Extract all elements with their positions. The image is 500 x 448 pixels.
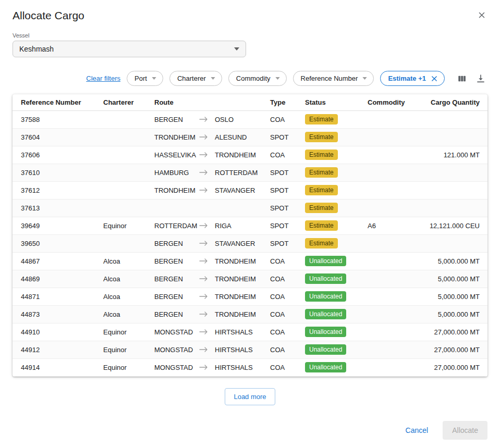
status-badge: Unallocated: [305, 273, 346, 284]
status-badge: Estimate: [305, 150, 338, 160]
charterer-cell: Equinor: [103, 217, 154, 234]
table-row[interactable]: 37604 TRONDHEIM ALESUND SPOT Estimate: [13, 128, 487, 146]
commodity-cell: [368, 341, 425, 358]
route-cell: BERGEN STAVANGER: [154, 234, 270, 252]
route-origin: MONGSTAD: [154, 346, 199, 354]
route-cell: BERGEN OSLO: [154, 110, 270, 128]
column-header-charterer: Charterer: [103, 94, 154, 110]
allocate-cargo-dialog: Allocate Cargo Vessel Keshmash Clear fil…: [0, 0, 500, 448]
filter-chip-charterer[interactable]: Charterer: [169, 71, 222, 86]
cargo-quantity-cell: 5,000.000 MT: [425, 288, 487, 305]
close-icon[interactable]: [431, 75, 438, 82]
cargo-quantity-cell: 5,000.000 MT: [425, 305, 487, 323]
cargo-quantity-cell: [425, 164, 487, 181]
charterer-cell: [103, 146, 154, 164]
chevron-down-icon: [211, 77, 215, 80]
commodity-cell: [368, 110, 425, 128]
close-icon[interactable]: [476, 9, 487, 21]
table-row[interactable]: 44912 Equinor MONGSTAD HIRTSHALS COA Una…: [13, 341, 487, 358]
route-destination: TRONDHEIM: [215, 293, 256, 301]
chevron-down-icon: [275, 77, 280, 80]
table-row[interactable]: 44867 Alcoa BERGEN TRONDHEIM COA Unalloc…: [13, 252, 487, 270]
route-destination: TRONDHEIM: [215, 151, 256, 159]
commodity-cell: [368, 199, 425, 217]
chevron-down-icon: [152, 77, 156, 80]
download-icon[interactable]: [474, 72, 487, 85]
filter-chip-label: Estimate +1: [388, 74, 426, 82]
column-header-cargo-quantity: Cargo Quantity: [425, 94, 487, 110]
type-cell: SPOT: [270, 199, 305, 217]
charterer-cell: Equinor: [103, 358, 154, 376]
status-cell: Estimate: [305, 146, 368, 164]
table-row[interactable]: 44910 Equinor MONGSTAD HIRTSHALS COA Una…: [13, 323, 487, 341]
route-origin: TRONDHEIM: [154, 133, 199, 141]
table-row[interactable]: 44873 Alcoa BERGEN TRONDHEIM COA Unalloc…: [13, 305, 487, 323]
status-badge: Estimate: [305, 203, 338, 213]
vessel-select[interactable]: Keshmash: [13, 41, 246, 57]
cancel-button[interactable]: Cancel: [406, 426, 429, 434]
route-cell: BERGEN TRONDHEIM: [154, 270, 270, 288]
view-columns-icon[interactable]: [455, 72, 469, 85]
status-cell: Unallocated: [305, 358, 368, 376]
table-row[interactable]: 37610 HAMBURG ROTTERDAM SPOT Estimate: [13, 164, 487, 181]
type-cell: COA: [270, 305, 305, 323]
route-destination: STAVANGER: [215, 186, 255, 194]
cargo-quantity-cell: [425, 181, 487, 199]
arrow-right-icon: [199, 347, 215, 352]
column-header-status: Status: [305, 94, 368, 110]
route-destination: TRONDHEIM: [215, 257, 256, 265]
reference-number-cell: 37610: [13, 164, 103, 181]
filter-chip-estimate-active[interactable]: Estimate +1: [380, 71, 445, 86]
chevron-down-icon: [362, 77, 367, 80]
status-badge: Unallocated: [305, 291, 346, 302]
commodity-cell: [368, 305, 425, 323]
cargo-quantity-cell: 121.000 MT: [425, 146, 487, 164]
type-cell: COA: [270, 252, 305, 270]
status-cell: Unallocated: [305, 305, 368, 323]
table-row[interactable]: 44869 Alcoa BERGEN TRONDHEIM COA Unalloc…: [13, 270, 487, 288]
type-cell: COA: [270, 358, 305, 376]
reference-number-cell: 44910: [13, 323, 103, 341]
load-more-section: Load more: [13, 388, 487, 405]
route-destination: TRONDHEIM: [215, 275, 256, 283]
filter-chip-port[interactable]: Port: [127, 71, 163, 86]
table-row[interactable]: 39650 BERGEN STAVANGER SPOT Estimate: [13, 234, 487, 252]
clear-filters-link[interactable]: Clear filters: [86, 74, 120, 82]
table-row[interactable]: 44914 Equinor MONGSTAD HIRTSHALS COA Una…: [13, 358, 487, 376]
route-cell: MONGSTAD HIRTSHALS: [154, 323, 270, 341]
table-row[interactable]: 37606 HASSELVIKA TRONDHEIM COA Estimate …: [13, 146, 487, 164]
filter-chip-commodity[interactable]: Commodity: [228, 71, 287, 86]
load-more-button[interactable]: Load more: [225, 388, 275, 405]
type-cell: COA: [270, 270, 305, 288]
commodity-cell: [368, 252, 425, 270]
type-cell: SPOT: [270, 164, 305, 181]
route-origin: HASSELVIKA: [154, 151, 199, 159]
table-row[interactable]: 37588 BERGEN OSLO COA Estimate: [13, 110, 487, 128]
route-cell: MONGSTAD HIRTSHALS: [154, 341, 270, 358]
table-row[interactable]: 44871 Alcoa BERGEN TRONDHEIM COA Unalloc…: [13, 288, 487, 305]
type-cell: SPOT: [270, 234, 305, 252]
type-cell: SPOT: [270, 217, 305, 234]
arrow-right-icon: [199, 223, 215, 228]
filter-chip-reference-number[interactable]: Reference Number: [293, 71, 374, 86]
status-badge: Estimate: [305, 185, 338, 195]
table-row[interactable]: 37612 TRONDHEIM STAVANGER SPOT Estimate: [13, 181, 487, 199]
arrow-right-icon: [199, 117, 215, 122]
commodity-cell: [368, 234, 425, 252]
cargo-quantity-cell: [425, 128, 487, 146]
reference-number-cell: 44869: [13, 270, 103, 288]
table-row[interactable]: 37613 SPOT Estimate: [13, 199, 487, 217]
reference-number-cell: 37613: [13, 199, 103, 217]
route-origin: BERGEN: [154, 116, 199, 123]
reference-number-cell: 44912: [13, 341, 103, 358]
arrow-right-icon: [199, 294, 215, 299]
route-origin: BERGEN: [154, 257, 199, 265]
status-badge: Estimate: [305, 132, 338, 142]
status-badge: Unallocated: [305, 256, 346, 266]
route-cell: ROTTERDAM RIGA: [154, 217, 270, 234]
table-row[interactable]: 39649 Equinor ROTTERDAM RIGA SPOT Estima…: [13, 217, 487, 234]
route-destination: HIRTSHALS: [215, 346, 253, 354]
allocate-button[interactable]: Allocate: [443, 421, 487, 440]
route-destination: OSLO: [215, 116, 234, 123]
status-cell: Unallocated: [305, 270, 368, 288]
